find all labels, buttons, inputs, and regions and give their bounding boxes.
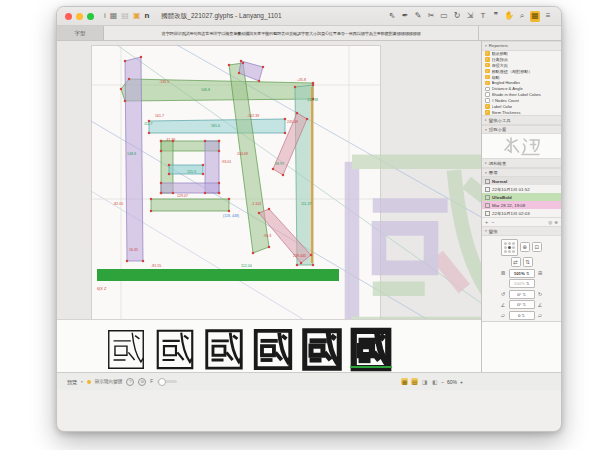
grid-view-icon[interactable]: ▦ xyxy=(110,12,118,20)
transform-value-field[interactable]: 0°⇅ xyxy=(509,300,535,309)
chevron-down-icon: ▾ xyxy=(485,128,487,132)
reporter-checkbox[interactable]: ✓ xyxy=(485,51,490,56)
stepper-icon[interactable]: ⇅ xyxy=(526,271,529,276)
layer-row[interactable]: Normal xyxy=(482,177,561,185)
transform-row: ▱0⇅▱ xyxy=(485,311,558,320)
widgets-section-header[interactable]: ▸ 變換小工具 xyxy=(482,115,561,125)
edit-canvas[interactable]: 546.8-135.5+35.8111.7148.8-82.0516.35581… xyxy=(57,41,481,319)
layer-view-icon[interactable]: ◎ xyxy=(548,220,552,225)
plugin-folder-icon[interactable]: ▣ xyxy=(133,12,141,20)
minimize-window-button[interactable] xyxy=(76,13,83,20)
scale-tool[interactable]: ⇲ xyxy=(465,11,475,22)
add-layer-button[interactable]: + xyxy=(485,219,488,225)
layer-row[interactable]: UltraBold xyxy=(482,193,561,201)
reporter-checkbox[interactable] xyxy=(485,87,490,92)
transform-crosshair-button[interactable]: ⊕ xyxy=(520,242,530,252)
preview-section-header[interactable]: ▾ 預覽小窗 xyxy=(482,125,561,135)
transform-value-field[interactable]: 0°⇅ xyxy=(509,290,535,299)
transform-boxdot-button[interactable]: ⊡ xyxy=(532,242,542,252)
zoom-tool[interactable]: ⌕ xyxy=(517,11,527,22)
pen-tool[interactable]: ✒ xyxy=(400,11,410,22)
layers-section-header[interactable]: ▾ 圖層 xyxy=(482,168,561,178)
measurement-label: -41.39 xyxy=(165,139,175,143)
preview-mode-icon[interactable]: ◧ xyxy=(431,378,438,385)
layer-visibility-icon[interactable] xyxy=(485,211,490,216)
reporter-label: 路徑方向 xyxy=(492,63,508,68)
reporter-label: Label Color xyxy=(492,104,513,109)
reporters-section-header[interactable]: ▾ Reporters xyxy=(482,41,561,51)
preview-slider[interactable] xyxy=(157,380,177,383)
reporter-checkbox[interactable]: ✓ xyxy=(485,110,490,115)
reporter-checkbox[interactable]: ✓ xyxy=(485,57,490,62)
plugin-icon[interactable]: ▤ xyxy=(411,378,418,385)
tab-font-view[interactable]: 字型 xyxy=(57,26,104,40)
zoom-in-button[interactable]: + xyxy=(460,379,463,385)
transform-value-field[interactable]: 101%⇅ xyxy=(509,269,535,278)
preview-title: 預覽小窗 xyxy=(489,127,507,132)
layer-visibility-icon[interactable] xyxy=(485,195,490,200)
text-tool[interactable]: T xyxy=(478,11,488,22)
transform-value-field[interactable]: 100%⇅ xyxy=(509,279,535,288)
transform-row-icon: ↺ xyxy=(500,291,507,297)
stepper-icon[interactable]: ⇅ xyxy=(522,313,525,318)
list-view-icon[interactable]: ▤ xyxy=(121,12,129,20)
preview-menu-label[interactable]: 預覽 xyxy=(67,379,77,385)
axis-annotation: 6|X Z xyxy=(97,286,107,291)
zoom-level[interactable]: 60% xyxy=(447,379,457,385)
instance-preview-strip[interactable] xyxy=(57,319,481,372)
circle-g-icon[interactable]: G xyxy=(138,378,146,386)
plugin-icon[interactable]: ▦ xyxy=(401,378,408,385)
reporter-checkbox[interactable]: ✓ xyxy=(485,75,490,80)
tab-edit-view-active[interactable]: 這字體排印測試用句包含常用漢字以檢查筆畫結構與灰度平衡的整體表現並確認字面大小與… xyxy=(104,26,478,40)
transform-value-field[interactable]: 0⇅ xyxy=(509,311,535,320)
stepper-icon[interactable]: ⇅ xyxy=(526,281,529,286)
instance-name-label[interactable]: 顯示隨向變體 xyxy=(95,379,123,384)
extra-tool[interactable]: ≡ xyxy=(543,11,553,22)
select-tool[interactable]: ⇖ xyxy=(387,11,397,22)
pencil-tool[interactable]: ✎ xyxy=(413,11,423,22)
info-icon[interactable]: i xyxy=(104,12,106,20)
preview-mode-icon[interactable]: ◨ xyxy=(421,378,428,385)
reporter-label: Distance & Angle xyxy=(492,86,523,91)
chevron-down-icon[interactable]: ▾ xyxy=(81,380,83,384)
layer-row[interactable]: 22年10月1日 02:03 xyxy=(482,209,561,217)
layer-visibility-icon[interactable] xyxy=(485,203,490,208)
measurement-label: -1,102 xyxy=(251,203,261,207)
annotation-tool[interactable]: ❞ xyxy=(491,11,501,22)
stepper-icon[interactable]: ⇅ xyxy=(522,292,525,297)
reporter-checkbox[interactable] xyxy=(485,92,490,97)
hand-tool[interactable]: ✋ xyxy=(504,11,514,22)
layer-row[interactable]: 22年10月1日 01:52 xyxy=(482,185,561,193)
interpolation-section-header[interactable]: ▸ 調和檢查 xyxy=(482,158,561,168)
reporter-label: 行高指示 xyxy=(492,57,508,62)
remove-layer-button[interactable]: − xyxy=(491,219,494,225)
flip-button[interactable]: ⇅ xyxy=(523,257,533,267)
reporter-checkbox[interactable]: ✓ xyxy=(485,63,490,68)
transform-origin-grid[interactable] xyxy=(501,239,517,255)
flip-button[interactable]: ⇄ xyxy=(511,257,521,267)
rotate-tool[interactable]: ↻ xyxy=(452,11,462,22)
font-tab-label: 字型 xyxy=(75,30,86,37)
app-logo-icon[interactable]: n xyxy=(144,12,149,20)
mini-preview-pane xyxy=(482,134,561,158)
maximize-window-button[interactable] xyxy=(87,13,94,20)
knife-tool[interactable]: ✂ xyxy=(426,11,436,22)
chevron-right-icon: ▸ xyxy=(485,118,487,122)
stepper-icon[interactable]: ⇅ xyxy=(522,302,525,307)
reporter-checkbox[interactable]: ✓ xyxy=(485,69,490,74)
layer-view-icon[interactable]: ⊜ xyxy=(554,220,558,225)
reporter-checkbox[interactable]: ✓ xyxy=(485,81,490,86)
primitives-tool[interactable]: ▭ xyxy=(439,11,449,22)
layer-row[interactable]: Mar 28 22, 19:08 xyxy=(482,201,561,209)
help-icon[interactable]: ? xyxy=(126,378,134,386)
transform-section-header[interactable]: ▾ 變換 xyxy=(482,226,561,236)
reporter-checkbox[interactable]: ✓ xyxy=(485,104,490,109)
close-window-button[interactable] xyxy=(65,13,72,20)
reporter-checkbox[interactable] xyxy=(485,98,490,103)
f-icon[interactable]: F xyxy=(150,379,153,384)
layers-footer: + − ◎⊜ xyxy=(482,217,561,226)
zoom-out-button[interactable]: − xyxy=(441,379,444,385)
layer-visibility-icon[interactable] xyxy=(485,179,490,184)
layer-visibility-icon[interactable] xyxy=(485,187,490,192)
plugin-tool[interactable]: ▦ xyxy=(530,11,540,22)
